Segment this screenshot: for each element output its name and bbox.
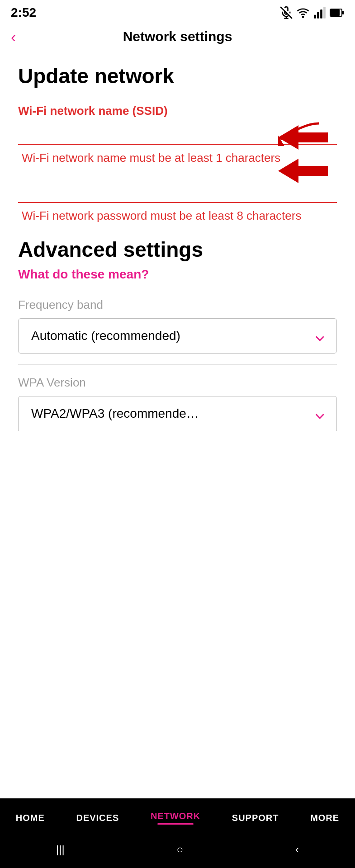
svg-rect-10: [342, 11, 344, 14]
signal-icon: [313, 6, 326, 19]
status-icons: [280, 6, 344, 19]
password-input-wrapper: [18, 180, 337, 203]
ssid-red-arrow: [278, 125, 328, 150]
sys-home-btn[interactable]: ○: [177, 843, 184, 856]
svg-marker-13: [278, 125, 328, 150]
svg-rect-7: [323, 7, 326, 19]
network-active-indicator: [157, 823, 194, 825]
ssid-label: Wi-Fi network name (SSID): [18, 104, 337, 118]
nav-home-label: HOME: [16, 813, 45, 823]
nav-support[interactable]: SUPPORT: [232, 813, 279, 823]
page-heading: Update network: [18, 65, 337, 88]
svg-marker-14: [278, 159, 328, 183]
status-bar: 2:52: [0, 0, 355, 24]
ssid-field-group: Wi-Fi network name (SSID) Wi-Fi: [18, 104, 337, 166]
svg-rect-6: [320, 9, 322, 19]
main-content: Update network Wi-Fi network name (SSID): [0, 50, 355, 798]
nav-network-label: NETWORK: [151, 811, 200, 821]
mute-icon: [280, 6, 293, 19]
frequency-band-chevron: ⌵: [315, 329, 324, 343]
password-error: Wi-Fi network password must be at least …: [22, 208, 337, 224]
page-title: Network settings: [123, 29, 232, 44]
sys-back-btn[interactable]: ‹: [295, 843, 299, 856]
sys-menu-btn[interactable]: |||: [56, 843, 65, 856]
nav-home[interactable]: HOME: [16, 813, 45, 823]
wpa-version-label: WPA Version: [18, 376, 337, 390]
svg-rect-5: [317, 12, 319, 19]
frequency-band-dropdown[interactable]: Automatic (recommended) ⌵: [18, 318, 337, 354]
frequency-band-value: Automatic (recommended): [31, 329, 180, 343]
back-button[interactable]: ‹: [11, 29, 16, 44]
nav-devices-label: DEVICES: [76, 813, 119, 823]
wifi-icon: [296, 6, 310, 19]
nav-network[interactable]: NETWORK: [151, 811, 200, 825]
password-field-group: Wi-Fi network password must be at least …: [18, 180, 337, 224]
wpa-version-chevron: ⌵: [315, 406, 324, 421]
svg-rect-9: [331, 9, 340, 16]
top-nav: ‹ Network settings: [0, 24, 355, 50]
frequency-band-label: Frequency band: [18, 298, 337, 312]
status-time: 2:52: [11, 5, 36, 20]
svg-rect-4: [314, 15, 316, 19]
nav-more[interactable]: MORE: [310, 813, 339, 823]
nav-support-label: SUPPORT: [232, 813, 279, 823]
system-nav: ||| ○ ‹: [0, 835, 355, 868]
nav-devices[interactable]: DEVICES: [76, 813, 119, 823]
help-link[interactable]: What do these mean?: [18, 267, 337, 282]
nav-more-label: MORE: [310, 813, 339, 823]
svg-point-3: [303, 16, 303, 17]
bottom-nav: HOME DEVICES NETWORK SUPPORT MORE: [0, 798, 355, 835]
battery-icon: [330, 7, 344, 18]
password-red-arrow: [278, 159, 328, 184]
advanced-heading: Advanced settings: [18, 237, 337, 262]
divider-1: [18, 364, 337, 365]
wpa-version-dropdown[interactable]: WPA2/WPA3 (recommende… ⌵: [18, 396, 337, 431]
wpa-version-value: WPA2/WPA3 (recommende…: [31, 406, 199, 421]
